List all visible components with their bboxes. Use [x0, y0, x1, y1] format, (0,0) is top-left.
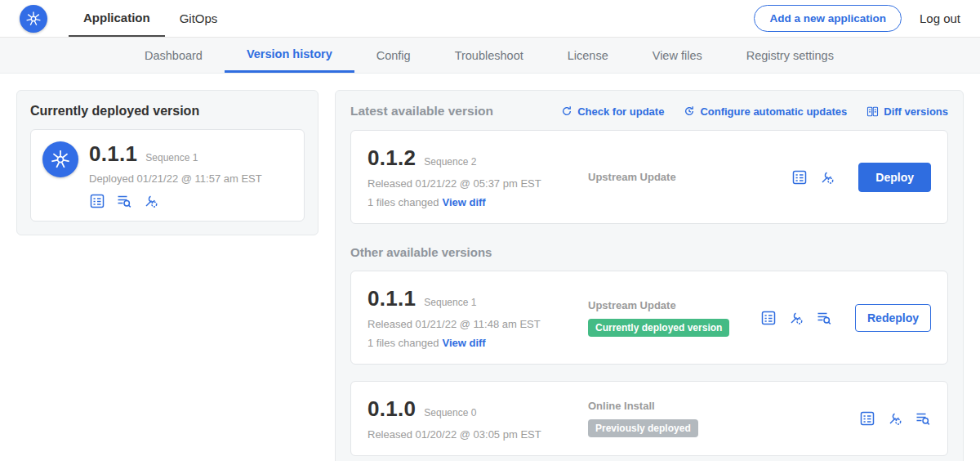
version-number: 0.1.0 [368, 396, 416, 422]
available-header-actions: Check for update Configure automatic upd… [561, 105, 948, 118]
source-label: Upstream Update [588, 299, 760, 311]
version-sequence: Sequence 1 [424, 297, 476, 308]
refresh-icon [561, 105, 572, 117]
release-notes-icon[interactable] [760, 310, 777, 326]
version-row-actions: Redeploy [760, 304, 931, 332]
logout-link[interactable]: Log out [920, 11, 960, 25]
deploy-logs-icon[interactable] [816, 310, 832, 326]
files-changed-line: 1 files changedView diff [368, 337, 588, 349]
deploy-logs-icon[interactable] [116, 193, 132, 209]
subnav-view-files[interactable]: View files [630, 38, 724, 73]
released-timestamp: Released 01/20/22 @ 03:05 pm EST [368, 428, 588, 441]
deployed-version-card: 0.1.1 Sequence 1 Deployed 01/21/22 @ 11:… [30, 129, 305, 222]
version-row-0-1-1: 0.1.1 Sequence 1 Released 01/21/22 @ 11:… [350, 271, 948, 365]
topnav-right: Add a new application Log out [754, 0, 960, 37]
kubernetes-logo-icon [20, 5, 47, 33]
check-for-update-link[interactable]: Check for update [561, 105, 664, 118]
source-label: Online Install [588, 400, 859, 412]
version-info: 0.1.0 Sequence 0 Released 01/20/22 @ 03:… [368, 396, 588, 441]
check-for-update-label: Check for update [577, 105, 664, 118]
deploy-button[interactable]: Deploy [858, 163, 931, 192]
add-application-button[interactable]: Add a new application [754, 5, 902, 32]
configure-automatic-updates-label: Configure automatic updates [700, 105, 847, 118]
subnav-version-history[interactable]: Version history [225, 38, 354, 73]
tab-gitops[interactable]: GitOps [165, 0, 233, 37]
version-row-actions: Deploy [791, 163, 931, 192]
diff-versions-link[interactable]: Diff versions [866, 105, 948, 118]
diff-icon [866, 105, 879, 118]
version-sequence: Sequence 2 [424, 156, 476, 168]
released-timestamp: Released 01/21/22 @ 11:48 am EST [368, 318, 588, 330]
preflight-checks-icon[interactable] [788, 310, 804, 326]
kubernetes-app-icon [42, 141, 78, 177]
diff-versions-label: Diff versions [884, 105, 948, 118]
release-notes-icon[interactable] [859, 410, 875, 427]
currently-deployed-panel: Currently deployed version [16, 90, 318, 235]
subnav-registry-settings[interactable]: Registry settings [724, 38, 856, 73]
config-wrench-icon[interactable] [143, 193, 159, 209]
main-content: Currently deployed version [0, 74, 980, 461]
deploy-logs-icon[interactable] [915, 410, 931, 427]
app-subnav: Dashboard Version history Config Trouble… [0, 38, 980, 74]
version-number: 0.1.1 [368, 286, 416, 311]
version-row-0-1-0: 0.1.0 Sequence 0 Released 01/20/22 @ 03:… [350, 381, 948, 456]
app-logo[interactable] [20, 0, 47, 37]
deployed-panel-title: Currently deployed version [30, 104, 305, 119]
currently-deployed-badge: Currently deployed version [588, 319, 729, 337]
source-label: Upstream Update [588, 171, 791, 183]
version-info: 0.1.2 Sequence 2 Released 01/21/22 @ 05:… [368, 145, 588, 208]
version-source: Online Install Previously deployed [588, 400, 859, 437]
files-changed-text: 1 files changed [368, 196, 439, 208]
other-versions-title: Other available versions [350, 245, 948, 259]
version-source: Upstream Update Currently deployed versi… [588, 299, 760, 337]
tab-application[interactable]: Application [69, 0, 165, 37]
files-changed-line: 1 files changedView diff [368, 196, 588, 208]
subnav-dashboard[interactable]: Dashboard [122, 38, 225, 73]
subnav-troubleshoot[interactable]: Troubleshoot [433, 38, 546, 73]
release-notes-icon[interactable] [791, 169, 808, 186]
preflight-checks-icon[interactable] [819, 169, 835, 186]
previously-deployed-badge: Previously deployed [588, 419, 698, 437]
version-row-0-1-2: 0.1.2 Sequence 2 Released 01/21/22 @ 05:… [350, 130, 948, 224]
configure-automatic-updates-link[interactable]: Configure automatic updates [684, 105, 847, 118]
version-sequence: Sequence 0 [424, 407, 476, 418]
preflight-checks-icon[interactable] [887, 410, 903, 427]
deployed-version-info: 0.1.1 Sequence 1 Deployed 01/21/22 @ 11:… [89, 141, 262, 209]
subnav-config[interactable]: Config [354, 38, 433, 73]
released-timestamp: Released 01/21/22 @ 05:37 pm EST [368, 177, 588, 190]
available-title: Latest available version [350, 104, 493, 119]
auto-update-clock-icon [684, 105, 695, 117]
view-diff-link[interactable]: View diff [442, 337, 485, 349]
release-notes-icon[interactable] [89, 193, 105, 209]
deployed-timestamp: Deployed 01/21/22 @ 11:57 am EST [89, 172, 262, 185]
subnav-license[interactable]: License [546, 38, 630, 73]
version-source: Upstream Update [588, 171, 791, 183]
version-info: 0.1.1 Sequence 1 Released 01/21/22 @ 11:… [368, 286, 588, 349]
redeploy-button[interactable]: Redeploy [855, 304, 931, 332]
deployed-icon-row [89, 193, 262, 209]
deployed-sequence: Sequence 1 [145, 152, 198, 163]
deployed-version-number: 0.1.1 [89, 141, 137, 167]
available-versions-panel: Latest available version Check for updat… [335, 90, 964, 461]
view-diff-link[interactable]: View diff [442, 196, 485, 208]
top-navbar: Application GitOps Add a new application… [0, 0, 980, 38]
version-number: 0.1.2 [368, 145, 416, 171]
files-changed-text: 1 files changed [368, 337, 439, 349]
version-row-actions [859, 410, 931, 427]
available-header: Latest available version Check for updat… [350, 104, 948, 119]
